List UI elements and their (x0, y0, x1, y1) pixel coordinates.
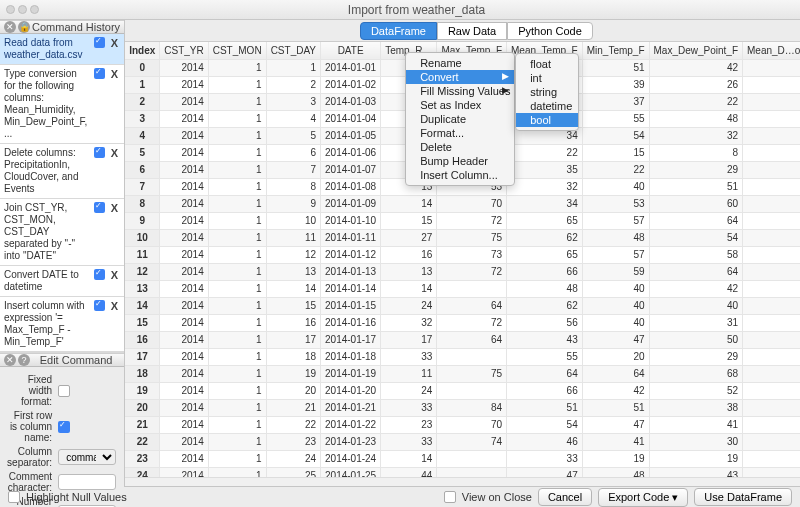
table-cell[interactable]: 1 (208, 229, 266, 246)
table-cell[interactable]: 33 (381, 399, 437, 416)
table-cell[interactable]: 30 (649, 433, 742, 450)
table-cell[interactable]: 2014 (160, 161, 208, 178)
table-cell[interactable] (437, 467, 507, 477)
window-controls[interactable] (6, 5, 39, 14)
table-row[interactable]: 1420141152014-01-15246462404023 (125, 297, 800, 314)
table-cell[interactable]: 2014 (160, 93, 208, 110)
table-cell[interactable]: 21 (125, 416, 160, 433)
table-cell[interactable]: 8 (266, 178, 320, 195)
table-cell[interactable]: 1 (125, 76, 160, 93)
cancel-button[interactable]: Cancel (538, 488, 592, 506)
table-cell[interactable]: 52 (649, 382, 742, 399)
table-cell[interactable]: 27 (743, 314, 801, 331)
table-cell[interactable]: 2014-01-18 (321, 348, 381, 365)
table-cell[interactable]: 29 (743, 416, 801, 433)
table-cell[interactable]: 5 (266, 127, 320, 144)
table-cell[interactable]: 19 (582, 450, 649, 467)
tab-dataframe[interactable]: DataFrame (360, 22, 437, 40)
table-cell[interactable]: 73 (437, 246, 507, 263)
context-menu-item[interactable]: Rename (406, 56, 514, 70)
table-cell[interactable]: 3 (266, 93, 320, 110)
table-cell[interactable]: 2014 (160, 229, 208, 246)
table-cell[interactable]: 27 (743, 467, 801, 477)
table-cell[interactable] (743, 93, 801, 110)
table-cell[interactable]: 16 (381, 246, 437, 263)
table-cell[interactable]: 47 (507, 467, 583, 477)
table-cell[interactable]: 14 (381, 280, 437, 297)
table-cell[interactable]: 75 (437, 229, 507, 246)
table-cell[interactable]: 42 (649, 280, 742, 297)
table-cell[interactable]: 48 (507, 280, 583, 297)
table-cell[interactable]: 2014 (160, 348, 208, 365)
table-cell[interactable]: 57 (582, 212, 649, 229)
table-cell[interactable]: 29 (649, 348, 742, 365)
table-cell[interactable]: 48 (649, 110, 742, 127)
table-row[interactable]: 2120141222014-01-22237054474129 (125, 416, 800, 433)
tab-python-code[interactable]: Python Code (507, 22, 593, 40)
table-cell[interactable]: 43 (507, 331, 583, 348)
table-cell[interactable] (743, 59, 801, 76)
table-cell[interactable]: 1 (208, 450, 266, 467)
table-cell[interactable]: 84 (437, 399, 507, 416)
table-cell[interactable]: 2014 (160, 314, 208, 331)
table-cell[interactable]: 61 (743, 212, 801, 229)
table-row[interactable]: 1320141142014-01-141448404236 (125, 280, 800, 297)
table-cell[interactable]: 1 (208, 178, 266, 195)
table-cell[interactable]: 25 (266, 467, 320, 477)
table-cell[interactable]: 59 (582, 263, 649, 280)
column-header[interactable]: DATE (321, 42, 381, 59)
table-cell[interactable]: 17 (266, 331, 320, 348)
table-cell[interactable]: 1 (208, 382, 266, 399)
table-cell[interactable]: 2014-01-23 (321, 433, 381, 450)
table-cell[interactable]: 1 (208, 365, 266, 382)
table-cell[interactable]: 24 (125, 467, 160, 477)
table-cell[interactable]: 38 (649, 399, 742, 416)
tab-raw-data[interactable]: Raw Data (437, 22, 507, 40)
column-header[interactable]: Min_Temp_F (582, 42, 649, 59)
table-cell[interactable]: 70 (437, 195, 507, 212)
zoom-icon[interactable] (30, 5, 39, 14)
close-icon[interactable]: ✕ (4, 354, 16, 366)
table-cell[interactable]: 40 (582, 297, 649, 314)
table-cell[interactable]: 10 (125, 229, 160, 246)
table-cell[interactable]: 2014 (160, 331, 208, 348)
column-header[interactable]: Index (125, 42, 160, 59)
table-cell[interactable]: 64 (649, 212, 742, 229)
table-cell[interactable]: 2014 (160, 416, 208, 433)
table-cell[interactable]: 37 (743, 229, 801, 246)
context-menu-item[interactable]: Fill Missing Values▶ (406, 84, 514, 98)
history-check-icon[interactable] (94, 202, 105, 213)
col-sep-select[interactable]: comma (58, 449, 116, 465)
table-cell[interactable]: 46 (507, 433, 583, 450)
history-delete-icon[interactable]: X (109, 37, 120, 49)
table-cell[interactable]: 32 (507, 178, 583, 195)
table-cell[interactable]: 11 (743, 161, 801, 178)
table-cell[interactable]: 2014-01-14 (321, 280, 381, 297)
table-cell[interactable] (437, 450, 507, 467)
history-delete-icon[interactable]: X (109, 68, 120, 80)
table-cell[interactable]: 2014 (160, 212, 208, 229)
table-cell[interactable]: 2014 (160, 450, 208, 467)
table-cell[interactable]: 27 (381, 229, 437, 246)
table-cell[interactable]: 2014 (160, 467, 208, 477)
column-header[interactable]: CST_DAY (266, 42, 320, 59)
history-check-icon[interactable] (94, 269, 105, 280)
table-cell[interactable]: 14 (381, 450, 437, 467)
table-cell[interactable]: 2 (266, 76, 320, 93)
table-cell[interactable]: 24 (381, 382, 437, 399)
context-menu-item[interactable]: Convert▶ (406, 70, 514, 84)
table-cell[interactable]: 2014-01-09 (321, 195, 381, 212)
table-cell[interactable]: 13 (266, 263, 320, 280)
table-cell[interactable]: 75 (437, 365, 507, 382)
convert-submenu[interactable]: floatintstringdatetimebool (515, 53, 579, 131)
table-cell[interactable]: 65 (507, 212, 583, 229)
history-check-icon[interactable] (94, 147, 105, 158)
table-cell[interactable]: 14 (266, 280, 320, 297)
table-cell[interactable]: 32 (381, 314, 437, 331)
history-delete-icon[interactable]: X (109, 300, 120, 312)
table-cell[interactable]: 0 (125, 59, 160, 76)
table-cell[interactable]: 2014-01-01 (321, 59, 381, 76)
table-cell[interactable]: 2014-01-11 (321, 229, 381, 246)
table-cell[interactable]: 42 (582, 382, 649, 399)
table-cell[interactable]: 2014-01-22 (321, 416, 381, 433)
